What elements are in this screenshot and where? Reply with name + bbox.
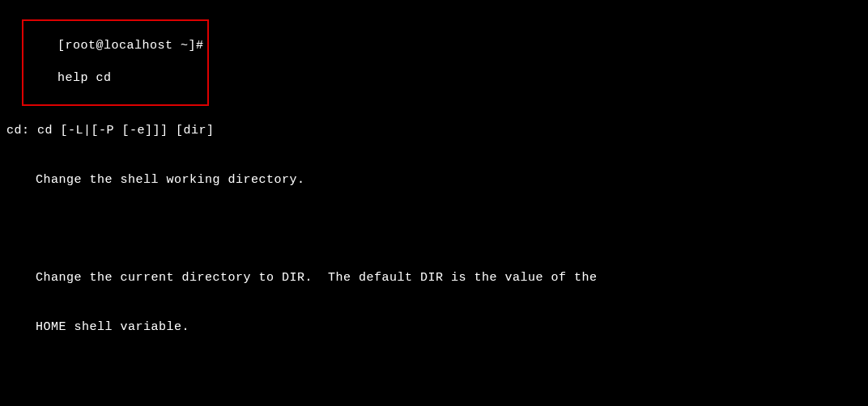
terminal-output[interactable]: [root@localhost ~]# help cd cd: cd [-L|[… — [0, 0, 868, 406]
usage-line: cd: cd [-L|[-P [-e]]] [dir] — [6, 123, 862, 139]
shell-prompt: [root@localhost ~]# — [57, 39, 204, 53]
typed-command: help cd — [57, 71, 112, 85]
help-paragraph: HOME shell variable. — [6, 319, 862, 336]
short-description: Change the shell working directory. — [6, 172, 862, 188]
highlighted-command: [root@localhost ~]# help cd — [22, 19, 209, 105]
help-paragraph: Change the current directory to DIR. The… — [6, 270, 862, 286]
